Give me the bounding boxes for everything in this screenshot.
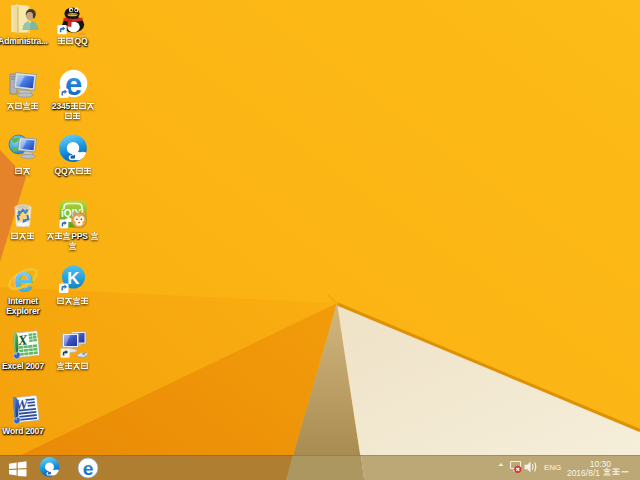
svg-text:K: K — [67, 269, 80, 288]
svg-text:2016/8/1: 2016/8/1 — [567, 468, 600, 478]
svg-text:e: e — [83, 458, 94, 479]
svg-text:ENG: ENG — [544, 463, 561, 472]
svg-text:e: e — [13, 263, 33, 295]
